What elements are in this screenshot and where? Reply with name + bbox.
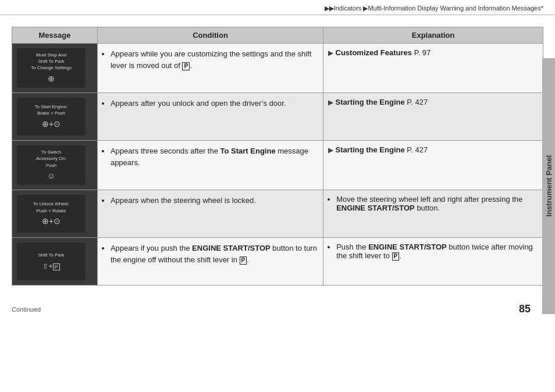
message-image-5: Shift To Park ⇧+P (12, 238, 98, 286)
table-row: To Switch Accessory On: Push ☺ Appears t… (12, 141, 543, 190)
car-display-1: Must Stop And Shift To Park To Change Se… (17, 48, 86, 88)
col-header-explanation: Explanation (323, 27, 543, 44)
p-indicator-5: P (240, 256, 247, 265)
explanation-cell-2: ▶ Starting the Engine P. 427 (323, 93, 543, 141)
display-text-5a: Shift To Park (38, 252, 64, 258)
col-header-condition: Condition (97, 27, 323, 44)
car-display-2: To Start Engine: Brake + Push ⊕+⊙ (17, 98, 86, 136)
condition-cell-4: Appears when the steering wheel is locke… (97, 190, 323, 238)
condition-cell-5: Appears if you push the ENGINE START/STO… (97, 238, 323, 286)
bold-text-5b: ENGINE START/STOP (368, 243, 447, 251)
bold-text-5a: ENGINE START/STOP (192, 244, 271, 252)
page-ref-1: P. 97 (414, 48, 431, 57)
table-row: Shift To Park ⇧+P Appears if you push th… (12, 238, 543, 286)
footer: Continued 85 (0, 297, 542, 321)
table-row: Must Stop And Shift To Park To Change Se… (12, 44, 543, 93)
explanation-cell-3: ▶ Starting the Engine P. 427 (323, 141, 543, 190)
explanation-cell-4: Move the steering wheel left and right a… (323, 190, 543, 238)
display-text-2a: To Start Engine: (35, 104, 68, 110)
p-indicator-5b: P (392, 252, 400, 261)
display-text-4b: Push + Rotate (37, 208, 66, 214)
arrow-icon-3: ▶ (328, 146, 335, 154)
breadcrumb: ▶▶Indicators ▶Multi-Information Display … (0, 0, 555, 15)
page-ref-2: P. 427 (407, 98, 428, 106)
explanation-cell-1: ▶ Customized Features P. 97 (323, 44, 543, 93)
car-display-5: Shift To Park ⇧+P (17, 243, 86, 280)
page-content: Message Condition Explanation Must Stop … (0, 15, 555, 297)
condition-cell-3: Appears three seconds after the To Start… (97, 141, 323, 190)
display-text-1c: To Change Settings (31, 65, 72, 71)
display-text-1a: Must Stop And (36, 52, 66, 58)
message-image-3: To Switch Accessory On: Push ☺ (12, 141, 98, 190)
table-row: To Unlock Wheel: Push + Rotate ⊕+⊙ Appea… (12, 190, 543, 238)
continued-label: Continued (12, 306, 41, 313)
display-text-1b: Shift To Park (38, 58, 64, 65)
display-icon-4: ⊕+⊙ (42, 216, 61, 227)
instrument-panel-sidebar: Instrument Panel (542, 58, 555, 314)
display-text-4a: To Unlock Wheel: (33, 201, 69, 207)
display-icon-2: ⊕+⊙ (42, 119, 61, 130)
display-text-2b: Brake + Push (37, 110, 65, 116)
arrow-icon-2: ▶ (328, 98, 335, 106)
bold-text-4: ENGINE START/STOP (336, 204, 415, 212)
ref-link-3: Starting the Engine (336, 145, 405, 154)
p-indicator-1: P (182, 62, 190, 70)
ref-link-1: Customized Features (336, 48, 412, 57)
car-display-4: To Unlock Wheel: Push + Rotate ⊕+⊙ (17, 195, 86, 233)
page-number: 85 (519, 303, 531, 315)
condition-cell-2: Appears after you unlock and open the dr… (97, 93, 323, 141)
col-header-message: Message (12, 27, 98, 44)
display-text-3b: Accessory On: (36, 155, 66, 162)
display-text-3c: Push (46, 162, 56, 169)
bold-text-3: To Start Engine (220, 147, 276, 155)
ref-link-2: Starting the Engine (336, 98, 405, 106)
condition-cell-1: Appears while you are customizing the se… (97, 44, 323, 93)
display-icon-3: ☺ (47, 170, 55, 182)
message-image-4: To Unlock Wheel: Push + Rotate ⊕+⊙ (12, 190, 98, 238)
arrow-icon-1: ▶ (328, 49, 335, 57)
main-table: Message Condition Explanation Must Stop … (12, 27, 543, 286)
display-icon-1: ⊕ (48, 73, 55, 85)
explanation-cell-5: Push the ENGINE START/STOP button twice … (323, 238, 543, 286)
message-image-2: To Start Engine: Brake + Push ⊕+⊙ (12, 93, 98, 141)
message-image-1: Must Stop And Shift To Park To Change Se… (12, 44, 98, 93)
car-display-3: To Switch Accessory On: Push ☺ (17, 145, 86, 185)
display-icon-5: ⇧+P (42, 262, 59, 272)
sidebar-label: Instrument Panel (545, 155, 553, 216)
table-row: To Start Engine: Brake + Push ⊕+⊙ Appear… (12, 93, 543, 141)
page-ref-3: P. 427 (407, 145, 428, 154)
display-text-3a: To Switch (41, 149, 61, 155)
